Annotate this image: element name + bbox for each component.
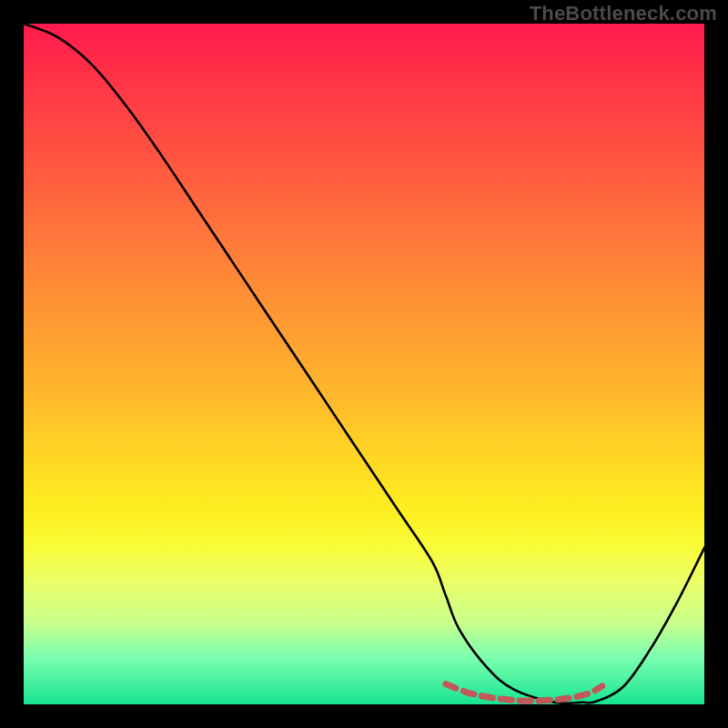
watermark-text: TheBottleneck.com [530, 2, 717, 25]
plot-gradient-background [24, 24, 704, 704]
chart-frame: TheBottleneck.com [0, 0, 728, 728]
